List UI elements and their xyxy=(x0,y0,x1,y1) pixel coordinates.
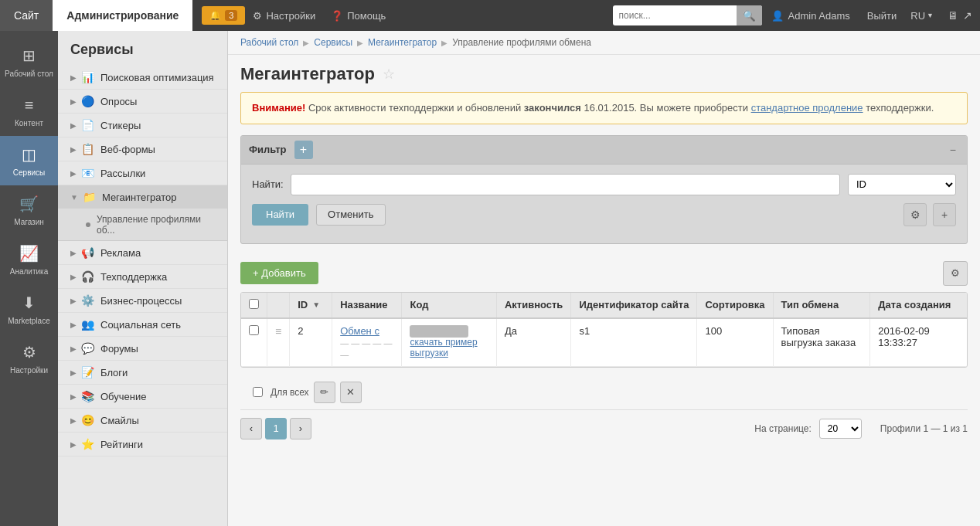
arrow-icon: ▶ xyxy=(70,440,77,449)
smiles-label: Смайлы xyxy=(100,415,139,426)
user-menu[interactable]: 👤 Admin Adams xyxy=(762,10,859,22)
arrow-icon[interactable]: ↗ xyxy=(963,9,972,22)
sidebar-item-smiles[interactable]: ▶ 😊 Смайлы xyxy=(58,409,227,433)
sidebar-item-desktop[interactable]: ⊞ Рабочий стол xyxy=(0,37,58,87)
megaintegrator-icon: 📁 xyxy=(83,191,96,203)
th-checkbox xyxy=(241,293,267,318)
sidebar-item-webforms[interactable]: ▶ 📋 Веб-формы xyxy=(58,137,227,161)
sidebar-item-bizproc[interactable]: ▶ ⚙️ Бизнес-процессы xyxy=(58,289,227,313)
row-name-cell: Обмен с — — — — — — xyxy=(332,318,402,367)
admin-tab[interactable]: Администрирование xyxy=(53,0,192,31)
pagination-page-1[interactable]: 1 xyxy=(265,418,287,439)
breadcrumb-services[interactable]: Сервисы xyxy=(314,37,352,48)
site-tab[interactable]: Сайт xyxy=(0,0,53,31)
pagination-prev[interactable]: ‹ xyxy=(240,418,262,439)
filter-add-button[interactable]: + xyxy=(294,141,313,159)
notifications-button[interactable]: 🔔 3 xyxy=(202,6,245,25)
sidebar-item-support[interactable]: ▶ 🎧 Техподдержка xyxy=(58,265,227,289)
warning-link[interactable]: стандартное продление xyxy=(751,102,863,114)
filter-settings-button[interactable]: ⚙ xyxy=(903,203,927,226)
sidebar-item-forums[interactable]: ▶ 💬 Форумы xyxy=(58,337,227,361)
sidebar-item-learning[interactable]: ▶ 📚 Обучение xyxy=(58,385,227,409)
sidebar-item-mailings[interactable]: ▶ 📧 Рассылки xyxy=(58,161,227,185)
page-title-row: Мегаинтегратор ☆ xyxy=(228,55,980,92)
logout-button[interactable]: Выйти xyxy=(859,10,905,22)
sidebar-item-ads[interactable]: ▶ 📢 Реклама xyxy=(58,241,227,265)
arrow-icon: ▶ xyxy=(70,97,77,106)
bottom-edit-button[interactable]: ✏ xyxy=(314,382,335,403)
filter-find-button[interactable]: Найти xyxy=(252,204,308,226)
icon-sidebar: ⊞ Рабочий стол ≡ Контент ◫ Сервисы 🛒 Маг… xyxy=(0,31,58,526)
blogs-icon: 📝 xyxy=(81,366,94,378)
data-table-wrapper: ID ▼ Название Код Активность Идентификат… xyxy=(240,292,968,368)
arrow-down-icon: ▼ xyxy=(70,193,78,202)
sidebar-item-seo[interactable]: ▶ 📊 Поисковая оптимизация xyxy=(58,66,227,90)
filter-cancel-button[interactable]: Отменить xyxy=(316,204,385,226)
sidebar-item-blogs[interactable]: ▶ 📝 Блоги xyxy=(58,361,227,385)
th-id[interactable]: ID ▼ xyxy=(290,293,332,318)
row-code-cell: ████████ скачать пример выгрузки xyxy=(402,318,496,367)
breadcrumb-desktop[interactable]: Рабочий стол xyxy=(240,37,298,48)
filter-collapse-button[interactable]: − xyxy=(947,144,959,156)
sidebar-item-ratings[interactable]: ▶ ⭐ Рейтинги xyxy=(58,433,227,456)
monitor-icon[interactable]: 🖥 xyxy=(948,9,958,22)
select-all-checkbox[interactable] xyxy=(249,299,259,309)
search-button[interactable]: 🔍 xyxy=(737,5,762,25)
marketplace-icon: ⬇ xyxy=(19,292,40,314)
th-site-id: Идентификатор сайта xyxy=(571,293,697,318)
language-selector[interactable]: RU ▼ xyxy=(904,10,940,22)
sidebar-item-services[interactable]: ◫ Сервисы xyxy=(0,136,58,185)
sidebar-item-socialnet[interactable]: ▶ 👥 Социальная сеть xyxy=(58,313,227,337)
settings-link[interactable]: ⚙ Настройки xyxy=(245,10,323,22)
sort-arrow-icon: ▼ xyxy=(312,300,320,309)
th-drag xyxy=(267,293,290,318)
row-checkbox[interactable] xyxy=(249,325,259,335)
bottom-delete-button[interactable]: ✕ xyxy=(340,382,362,403)
row-name-sub: — — — — — — xyxy=(340,338,392,359)
smiles-icon: 😊 xyxy=(81,414,94,426)
breadcrumb-megaintegrator[interactable]: Мегаинтегратор xyxy=(368,37,437,48)
lang-label: RU xyxy=(910,10,925,22)
sidebar-item-shop[interactable]: 🛒 Магазин xyxy=(0,185,58,235)
row-code-hidden: ████████ xyxy=(410,325,468,338)
filter-search-input[interactable] xyxy=(291,174,840,195)
filter-plus-button[interactable]: + xyxy=(933,203,956,226)
search-bar: 🔍 xyxy=(613,5,762,25)
sidebar-item-analytics[interactable]: 📈 Аналитика xyxy=(0,235,58,284)
sidebar-subitem-profiles[interactable]: Управление профилями об... xyxy=(58,209,227,241)
row-created-cell: 2016-02-09 13:33:27 xyxy=(870,318,967,367)
per-page-select[interactable]: 10 20 50 100 xyxy=(819,419,862,439)
per-page-label: На странице: xyxy=(754,423,812,434)
socialnet-icon: 👥 xyxy=(81,318,94,331)
services-sidebar: Сервисы ▶ 📊 Поисковая оптимизация ▶ 🔵 Оп… xyxy=(58,31,228,526)
row-code-link[interactable]: скачать пример выгрузки xyxy=(410,337,488,358)
filter-action-buttons: ⚙ + xyxy=(903,203,956,226)
sidebar-item-content[interactable]: ≡ Контент xyxy=(0,87,58,136)
sidebar-item-surveys[interactable]: ▶ 🔵 Опросы xyxy=(58,90,227,114)
favorite-star-icon[interactable]: ☆ xyxy=(383,66,395,83)
bottom-select-all[interactable] xyxy=(253,387,263,397)
drag-handle-icon[interactable]: ≡ xyxy=(275,325,281,338)
help-link[interactable]: ❓ Помощь xyxy=(323,10,393,22)
megaintegrator-label: Мегаинтегратор xyxy=(102,192,177,203)
shop-icon: 🛒 xyxy=(19,193,40,215)
marketplace-label: Marketplace xyxy=(8,317,49,326)
th-id-label: ID xyxy=(298,299,308,311)
top-bar-icons: 🖥 ↗ xyxy=(940,9,980,22)
th-type: Тип обмена xyxy=(773,293,870,318)
sidebar-item-stickers[interactable]: ▶ 📄 Стикеры xyxy=(58,114,227,137)
add-button[interactable]: + Добавить xyxy=(240,262,318,284)
arrow-icon: ▶ xyxy=(70,321,77,329)
row-name-link[interactable]: Обмен с xyxy=(340,325,379,337)
desktop-icon: ⊞ xyxy=(19,45,40,66)
sidebar-item-settings[interactable]: ⚙ Настройки xyxy=(0,334,58,383)
table-settings-button[interactable]: ⚙ xyxy=(943,261,968,286)
search-input[interactable] xyxy=(613,10,737,21)
filter-field-select[interactable]: ID Название Код xyxy=(848,174,956,195)
toolbar: + Добавить ⚙ xyxy=(228,255,980,292)
sidebar-item-megaintegrator[interactable]: ▼ 📁 Мегаинтегратор xyxy=(58,185,227,209)
th-sort: Сортировка xyxy=(697,293,773,318)
pagination-next[interactable]: › xyxy=(290,418,311,439)
bizproc-label: Бизнес-процессы xyxy=(100,295,182,307)
sidebar-item-marketplace[interactable]: ⬇ Marketplace xyxy=(0,284,58,334)
